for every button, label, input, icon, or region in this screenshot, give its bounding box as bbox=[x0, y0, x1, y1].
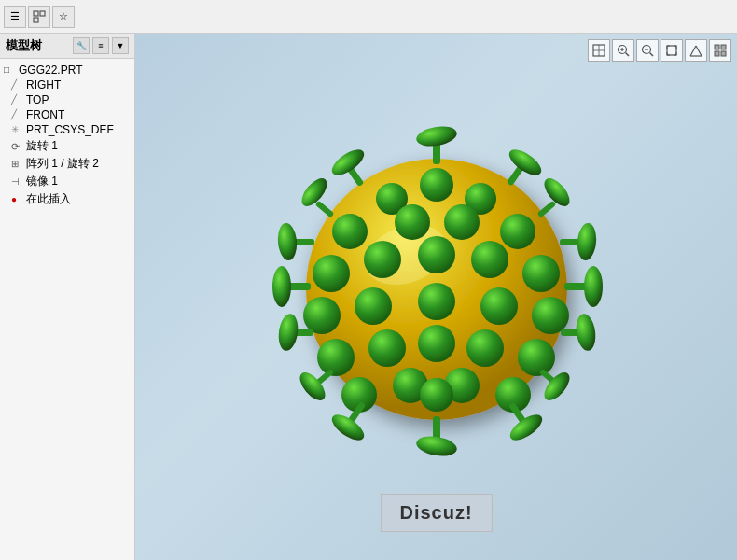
tree-item-right[interactable]: RIGHT bbox=[2, 77, 132, 92]
watermark: Discuz! bbox=[380, 494, 492, 532]
svg-rect-2 bbox=[34, 18, 38, 22]
sidebar: 模型树 🔧 ≡ ▼ □ GGG22.PRT RIGHT bbox=[0, 34, 135, 560]
mirror-icon bbox=[11, 176, 24, 188]
tree-label-root: GGG22.PRT bbox=[19, 63, 82, 77]
svg-point-70 bbox=[327, 410, 368, 445]
svg-point-50 bbox=[420, 378, 453, 412]
toolbar-btn-2[interactable] bbox=[28, 6, 50, 28]
sidebar-icon-settings[interactable]: 🔧 bbox=[73, 37, 90, 54]
svg-point-76 bbox=[298, 174, 332, 210]
svg-rect-75 bbox=[315, 201, 335, 218]
svg-point-38 bbox=[418, 283, 455, 320]
svg-point-42 bbox=[368, 329, 406, 367]
tree-item-revolve1[interactable]: 旋转 1 bbox=[2, 137, 132, 155]
tree-label-revolve1: 旋转 1 bbox=[26, 138, 58, 154]
tree-item-pattern1[interactable]: 阵列 1 / 旋转 2 bbox=[2, 155, 132, 173]
svg-point-30 bbox=[500, 214, 535, 249]
csys-icon bbox=[11, 124, 24, 135]
svg-point-64 bbox=[584, 266, 603, 307]
tree-label-insert: 在此插入 bbox=[26, 191, 71, 207]
pattern-icon bbox=[11, 159, 24, 170]
svg-rect-1 bbox=[40, 11, 45, 16]
sidebar-title: 模型树 bbox=[6, 37, 42, 54]
tree-item-csys[interactable]: PRT_CSYS_DEF bbox=[2, 122, 132, 137]
svg-point-29 bbox=[444, 204, 480, 240]
plane-icon-top bbox=[11, 94, 24, 105]
tree-label-mirror1: 镜像 1 bbox=[26, 174, 58, 189]
main-toolbar: ☰ ☆ bbox=[0, 0, 737, 34]
toolbar-btn-1[interactable]: ☰ bbox=[4, 6, 26, 28]
svg-point-52 bbox=[415, 123, 459, 148]
svg-point-68 bbox=[574, 313, 597, 352]
svg-point-24 bbox=[420, 168, 453, 202]
svg-point-74 bbox=[506, 410, 546, 445]
insert-icon bbox=[11, 194, 24, 205]
svg-point-36 bbox=[303, 297, 341, 334]
svg-point-58 bbox=[276, 222, 298, 261]
svg-point-32 bbox=[364, 241, 401, 278]
svg-point-45 bbox=[518, 339, 555, 376]
3d-model bbox=[135, 34, 737, 560]
tree-item-mirror1[interactable]: 镜像 1 bbox=[2, 173, 132, 190]
svg-point-54 bbox=[327, 145, 368, 180]
svg-point-66 bbox=[276, 313, 299, 352]
svg-rect-77 bbox=[537, 201, 557, 218]
svg-point-33 bbox=[418, 236, 455, 273]
toolbar-btn-3[interactable]: ☆ bbox=[52, 6, 75, 28]
tree-label-top: TOP bbox=[26, 93, 49, 106]
svg-point-60 bbox=[576, 222, 597, 261]
tree-item-front[interactable]: FRONT bbox=[2, 107, 132, 122]
svg-point-78 bbox=[540, 174, 575, 210]
tree-item-root[interactable]: □ GGG22.PRT bbox=[2, 63, 132, 77]
tree-label-right: RIGHT bbox=[26, 78, 61, 91]
svg-point-28 bbox=[395, 204, 430, 240]
svg-point-27 bbox=[332, 214, 368, 249]
svg-rect-0 bbox=[34, 11, 38, 16]
svg-point-34 bbox=[471, 241, 508, 278]
main-area: 模型树 🔧 ≡ ▼ □ GGG22.PRT RIGHT bbox=[0, 34, 737, 560]
revolve-icon bbox=[11, 141, 24, 152]
svg-point-44 bbox=[466, 329, 504, 367]
svg-point-40 bbox=[532, 297, 569, 334]
watermark-text: Discuz! bbox=[399, 502, 472, 523]
sidebar-icons: 🔧 ≡ ▼ bbox=[73, 37, 129, 54]
plane-icon-right bbox=[11, 79, 24, 91]
sidebar-icon-menu[interactable]: ≡ bbox=[92, 37, 109, 54]
svg-point-35 bbox=[522, 255, 560, 292]
svg-point-31 bbox=[313, 255, 350, 292]
sidebar-icon-dropdown[interactable]: ▼ bbox=[112, 37, 129, 54]
svg-point-37 bbox=[355, 287, 392, 325]
svg-point-72 bbox=[415, 433, 459, 458]
svg-point-39 bbox=[480, 287, 518, 325]
svg-point-56 bbox=[505, 145, 545, 180]
tree-item-insert[interactable]: 在此插入 bbox=[2, 190, 132, 208]
tree-label-front: FRONT bbox=[26, 108, 64, 121]
viewport[interactable]: Discuz! bbox=[135, 34, 737, 560]
svg-point-62 bbox=[272, 266, 291, 307]
model-tree: □ GGG22.PRT RIGHT TOP FRONT bbox=[0, 59, 134, 560]
tree-label-pattern1: 阵列 1 / 旋转 2 bbox=[26, 156, 99, 172]
tree-item-top[interactable]: TOP bbox=[2, 92, 132, 107]
plane-icon-front bbox=[11, 109, 24, 120]
sidebar-header: 模型树 🔧 ≡ ▼ bbox=[0, 34, 134, 59]
tree-label-csys: PRT_CSYS_DEF bbox=[26, 123, 114, 136]
svg-point-43 bbox=[418, 325, 455, 362]
svg-point-41 bbox=[317, 339, 355, 376]
